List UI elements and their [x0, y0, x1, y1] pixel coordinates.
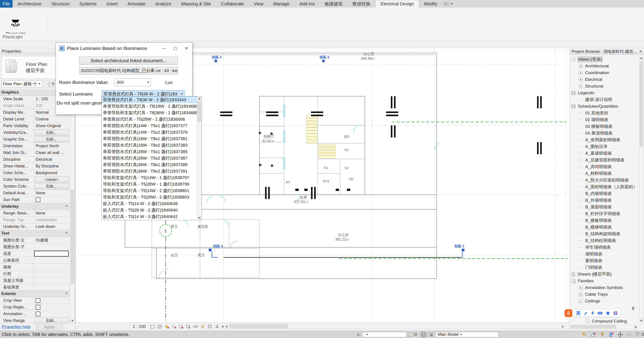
tree-item[interactable]: A_面积明细表（人防面积）: [570, 183, 639, 190]
dialog-maximize-button[interactable]: ▢: [173, 46, 177, 51]
ribbon-tab[interactable]: Massing & Site: [176, 0, 216, 7]
temporary-hide-isolate-button[interactable]: [193, 324, 198, 329]
tree-item[interactable]: A_材料明细表: [570, 170, 639, 177]
tree-item-icon[interactable]: [579, 245, 583, 249]
properties-scrollbar[interactable]: [70, 89, 75, 323]
luminaire-option[interactable]: 单双管防水式灯具|28W - T5x2 盏灯|1837387: [102, 155, 197, 162]
keyboard-icon[interactable]: [598, 311, 602, 315]
property-row[interactable]: 混凝土等级: [0, 277, 70, 284]
ribbon-tab[interactable]: Collaborate: [216, 0, 249, 7]
sogou-logo-icon[interactable]: S: [564, 309, 572, 317]
luminaire-option[interactable]: 单双管防水式灯具|18W - T8x2 盏灯|1837383: [102, 142, 197, 149]
property-row[interactable]: Wall Join Di... Clean all wall ...: [0, 150, 70, 156]
tree-item-icon[interactable]: [579, 145, 583, 149]
property-value[interactable]: Edit...: [34, 130, 68, 135]
tree-item[interactable]: Electrical: [570, 76, 639, 83]
property-value[interactable]: Edit...: [34, 137, 68, 142]
property-row[interactable]: Discipline Electrical: [0, 156, 70, 163]
tree-item[interactable]: A_图纸目录: [570, 143, 639, 150]
design-option-combobox[interactable]: Main Model: [436, 332, 498, 337]
tree-item-icon[interactable]: [579, 165, 583, 169]
luminaire-option[interactable]: 单双管防水式灯具|18W - T8x1 盏灯|1837381: [102, 135, 197, 142]
tree-item[interactable]: Compound Ceiling: [570, 318, 639, 324]
ribbon-tab[interactable]: Manage: [268, 0, 294, 7]
property-value[interactable]: Coarse: [34, 116, 70, 122]
tree-item[interactable]: B_外墙明细表: [570, 197, 639, 204]
skin-shirt-icon[interactable]: [606, 311, 610, 315]
detail-level-button[interactable]: [157, 324, 162, 329]
tree-item-icon[interactable]: [579, 198, 583, 202]
tree-item[interactable]: B_结构柱明细表: [570, 237, 639, 244]
property-row[interactable]: Graphic Dis... Edit...: [0, 136, 70, 143]
ribbon-tab[interactable]: Add-Ins: [294, 0, 320, 7]
linked-document-field[interactable]: 20220729国电新时代-结构模型_已分离.rvt : 43 : locati: [79, 67, 178, 75]
property-row[interactable]: Color Scheme <none>: [0, 176, 70, 183]
ribbon-tab[interactable]: Insert: [102, 0, 123, 7]
tree-item-icon[interactable]: [579, 205, 583, 209]
microphone-icon[interactable]: [591, 311, 594, 315]
tree-item-icon[interactable]: [579, 171, 583, 175]
tree-item-icon[interactable]: [579, 225, 583, 229]
tree-item-icon[interactable]: [579, 98, 583, 102]
property-row[interactable]: Range: Top ... Unbounded: [0, 217, 70, 223]
tree-item[interactable]: 窗明细表: [570, 257, 639, 264]
property-value[interactable]: [34, 270, 70, 277]
exclude-options-toggle[interactable]: [582, 332, 587, 338]
ribbon-collapse-toggle[interactable]: [442, 0, 454, 7]
property-value[interactable]: Show Original: [34, 123, 70, 129]
ribbon-tab[interactable]: View: [249, 0, 268, 7]
property-row[interactable]: Visibility/Gra... Edit...: [0, 129, 70, 136]
reveal-hidden-elements-button[interactable]: [200, 324, 206, 329]
crop-view-off-button[interactable]: [178, 324, 184, 329]
tree-item[interactable]: Annotation Symbols: [570, 284, 639, 291]
tree-item[interactable]: Sheets (楼层平面): [570, 271, 639, 278]
property-value[interactable]: By Discipline: [34, 163, 70, 169]
ribbon-tab[interactable]: Structure: [46, 0, 74, 7]
property-value[interactable]: [34, 264, 70, 270]
editable-only-filter-icon[interactable]: [408, 333, 413, 337]
luminaire-option[interactable]: 导轨和支架式灯具 - T5|14W - 1 盏灯|1838797: [102, 174, 197, 181]
property-row[interactable]: Crop Regio...: [0, 304, 70, 311]
property-value[interactable]: Unbounded: [34, 217, 70, 223]
dropdown-scrollbar[interactable]: [197, 96, 202, 220]
luminaire-option[interactable]: 导轨和支架式灯具 - T5|28W - 2 盏灯|1838803: [102, 194, 197, 200]
luminaire-option[interactable]: 单双管防水式灯具|28W - T5x1 盏灯|1837385: [102, 149, 197, 155]
dialog-close-button[interactable]: ✕: [185, 46, 188, 51]
property-value[interactable]: [34, 304, 70, 311]
ime-language-toggle[interactable]: 英: [576, 310, 580, 316]
property-value[interactable]: [16, 291, 70, 297]
luminaire-option[interactable]: 双管悬挂式灯具 - T8|36 W - 2 盏灯|1833343: [102, 96, 197, 103]
tree-item[interactable]: A_总建筑面积明细表: [570, 157, 639, 164]
tree-item[interactable]: Coordination: [570, 69, 639, 76]
property-row[interactable]: 规格: [0, 264, 70, 270]
tree-item-icon[interactable]: [579, 293, 582, 296]
property-value[interactable]: Clean all wall ...: [34, 150, 70, 156]
tree-item-icon[interactable]: [579, 218, 583, 222]
tree-item-icon[interactable]: [572, 279, 576, 283]
ribbon-tab[interactable]: 数据转换: [348, 0, 375, 7]
tree-item-icon[interactable]: [579, 239, 583, 243]
dialog-title-bar[interactable]: R Place Luminaire Based on Illuminance —…: [56, 43, 192, 54]
property-row[interactable]: Text: [0, 230, 70, 237]
tree-item-icon[interactable]: [579, 265, 583, 270]
tree-item[interactable]: 停车场明细表: [570, 244, 639, 251]
luminaire-option[interactable]: 导轨和支架式灯具 - T5|28W - 1 盏灯|1838799: [102, 181, 197, 187]
property-value[interactable]: [34, 196, 70, 203]
luminaire-option[interactable]: 嵌入式灯具 - T5|28 W - 2 盏灯|1840640: [102, 207, 197, 213]
luminaire-option[interactable]: 单管导轨和支架式灯具 - T8|18W - 1 盏灯|1834686: [102, 103, 197, 109]
ribbon-tab[interactable]: Modify: [419, 0, 442, 7]
tree-item[interactable]: 01 其他类别: [570, 110, 639, 116]
property-row[interactable]: System Colo... Edit...: [0, 183, 70, 190]
type-selector-combobox[interactable]: Floor Plan: 建模-十: [1, 81, 42, 87]
property-value[interactable]: [34, 284, 70, 290]
tree-item-icon[interactable]: [579, 64, 582, 68]
show-crop-region-button[interactable]: [186, 324, 191, 329]
temporary-view-properties-button[interactable]: [207, 324, 212, 329]
design-options-icon[interactable]: [421, 332, 426, 337]
tree-item-icon[interactable]: [626, 306, 630, 310]
tree-item[interactable]: Cable Trays: [570, 291, 639, 298]
property-row[interactable]: Color Sche... Background: [0, 170, 70, 176]
luminaire-option[interactable]: 单双管防水式灯具|36W - T8x1 盏灯|1837389: [102, 162, 197, 168]
property-row[interactable]: Detail Level Coarse: [0, 116, 70, 123]
property-value[interactable]: [18, 203, 70, 210]
